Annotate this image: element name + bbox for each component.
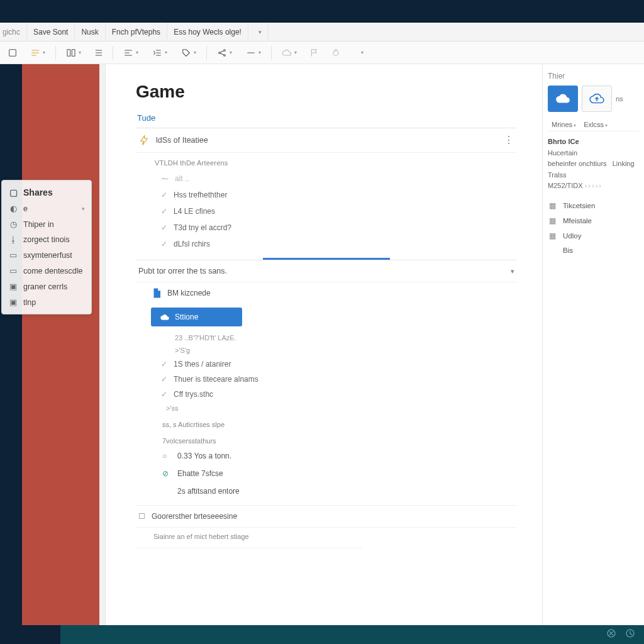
toolbar-btn-indent[interactable] (146, 44, 174, 62)
toolbar-btn-more1[interactable] (240, 44, 267, 62)
panel-list-item[interactable]: ▦Udloy (548, 228, 639, 243)
toolbar-btn-fire[interactable] (326, 44, 346, 62)
toolbar (0, 42, 644, 64)
menu-bar: gichc Save Sont Nusk Fnch pfVtephs Ess h… (0, 23, 644, 42)
menu-item-save[interactable]: Save Sont (27, 23, 75, 41)
dash-icon: ⁓ (161, 174, 169, 183)
toolbar-btn-align[interactable] (117, 44, 145, 62)
option-item[interactable]: 2s aftitsand entore (136, 482, 517, 500)
toolbar-btn-last[interactable] (347, 44, 375, 62)
chevron-down-icon: ▾ (82, 206, 85, 212)
popup-item[interactable]: ◐e▾ (2, 201, 91, 216)
panel-list-item[interactable]: ▦Tikcetsien (548, 198, 639, 213)
menu-item-app[interactable]: gichc (0, 23, 27, 41)
toolbar-btn-1[interactable] (3, 44, 23, 62)
tab-2-active[interactable] (263, 256, 390, 260)
taskbar-icon-1[interactable] (606, 628, 616, 641)
taskbar-icon-2[interactable] (625, 628, 635, 641)
card-upload[interactable] (582, 86, 612, 112)
file-row[interactable]: BM kizcnede (136, 282, 517, 304)
toolbar-btn-layout[interactable] (60, 44, 87, 62)
check-item[interactable]: ✓dLfsl rchirs (161, 236, 517, 252)
panel-tab-2[interactable]: Exlcss (580, 118, 611, 131)
toolbar-separator (113, 46, 113, 60)
toolbar-separator (206, 46, 207, 60)
download-icon: ⭳ (8, 235, 18, 244)
radio-icon: ○ (162, 452, 172, 460)
toolbar-btn-list[interactable] (89, 44, 109, 62)
content-pane: Game Tude ldSs of Iteatiee ⋮ VTLDH thDe … (106, 64, 542, 625)
toolbar-btn-cloud[interactable] (275, 44, 303, 62)
tab-3[interactable] (390, 256, 517, 260)
menu-item-3[interactable]: Fnch pfVtephs (106, 23, 167, 41)
popup-item[interactable]: ◷Thiper in (2, 216, 91, 232)
check-icon: ✓ (161, 240, 167, 248)
muted-text: >'S'g (136, 344, 517, 357)
rail-accent (22, 64, 99, 625)
check-item[interactable]: ✓Thuer is titeceare alnams (161, 372, 517, 387)
meta-line: M252/TIDX ››››› (548, 180, 639, 192)
folder-icon: ▣ (8, 282, 18, 291)
more-icon[interactable]: ⋮ (504, 137, 514, 143)
body: Game Tude ldSs of Iteatiee ⋮ VTLDH thDe … (0, 64, 644, 625)
card-label: ns (616, 95, 623, 103)
check-item[interactable]: ✓T3d tny el accrd? (161, 219, 517, 236)
panel-list-item[interactable]: Bis (548, 243, 639, 257)
menu-item-4[interactable]: Ess hoy Wecls olge! (167, 23, 248, 41)
option-item[interactable]: ○0.33 Yos a tonn. (136, 447, 517, 465)
toolbar-btn-flag[interactable] (304, 44, 325, 62)
svg-rect-0 (9, 49, 16, 56)
check-item[interactable]: ✓Cff trys.sthc (161, 387, 517, 402)
panel-list-item[interactable]: ▦Mfeistale (548, 213, 639, 228)
page-title: Game (136, 82, 517, 102)
bolt-icon (138, 135, 150, 146)
check-item[interactable]: ✓L4 LE cfines (161, 203, 517, 219)
sub-header-1: VTLDH thDe Arteerens (136, 153, 517, 170)
toolbar-btn-share[interactable] (211, 44, 238, 62)
muted-text: >'ss (136, 402, 517, 414)
popup-item[interactable]: ⭳zorgect tinois (2, 232, 91, 247)
tab-strip (136, 256, 517, 260)
meta-title: Bhrto lCe (548, 136, 639, 148)
row-item-1[interactable]: ldSs of Iteatiee ⋮ (136, 128, 517, 153)
muted-line: ⁓alt .. (161, 170, 517, 187)
grid-icon: ▦ (549, 201, 559, 210)
check-icon: ✓ (161, 360, 167, 369)
row-expand[interactable]: Pubt tor orrer the ts sans. ▾ (136, 260, 517, 282)
popup-item[interactable]: ▣graner cerrls (2, 279, 91, 294)
folder-icon: ▣ (8, 297, 18, 307)
file-label: BM kizcnede (167, 289, 211, 297)
tab-1[interactable] (136, 256, 263, 260)
option-item[interactable]: ⊘Ehatte 7sfcse (136, 465, 517, 482)
toolbar-btn-tag[interactable] (175, 44, 203, 62)
cloud-icon (160, 313, 170, 321)
toolbar-btn-2[interactable] (24, 44, 52, 62)
panel-tab-1[interactable]: Mrines (548, 118, 580, 131)
check-item[interactable]: ✓1S thes / atanirer (161, 357, 517, 372)
menu-item-more[interactable] (248, 23, 269, 41)
row-label: ldSs of Iteatiee (156, 136, 208, 145)
primary-button-label: Sttione (175, 313, 198, 321)
popup-header: ▢ Shares (2, 184, 91, 201)
meta-line: beheinfer onchtiurs Linking Tralss (548, 158, 639, 180)
popup-item[interactable]: ▭come dentescdle (2, 263, 91, 279)
grid-icon: ▦ (549, 216, 559, 225)
section-header-1[interactable]: Tude (136, 108, 517, 128)
group-header: ss, s Auticrtises slpe (136, 414, 517, 431)
popup-item[interactable]: ▣tlnp (2, 294, 91, 310)
checklist-2: ✓1S thes / atanirer ✓Thuer is titeceare … (136, 357, 517, 402)
card-cloud-selected[interactable] (548, 86, 578, 112)
link-icon: ⊘ (162, 469, 172, 478)
checklist-1: ⁓alt .. ✓Hss trefhethther ✓L4 LE cfines … (136, 170, 517, 252)
check-icon: ✓ (161, 375, 167, 384)
panel-title: Thier (548, 72, 639, 80)
svg-rect-1 (67, 49, 70, 56)
primary-button[interactable]: Sttione (151, 308, 242, 326)
footer-option[interactable]: ☐ Goorersther brteseeesine (136, 506, 517, 528)
popup-item[interactable]: ▭sxymtenerfust (2, 247, 91, 263)
right-panel: Thier ns Mrines Exlcss Bhrto lCe Hucerta… (542, 64, 644, 625)
check-icon: ✓ (161, 207, 167, 216)
hint-text: Siainre an ef mict hebert stiage (136, 528, 362, 548)
check-item[interactable]: ✓Hss trefhethther (161, 187, 517, 203)
menu-item-2[interactable]: Nusk (75, 23, 105, 41)
